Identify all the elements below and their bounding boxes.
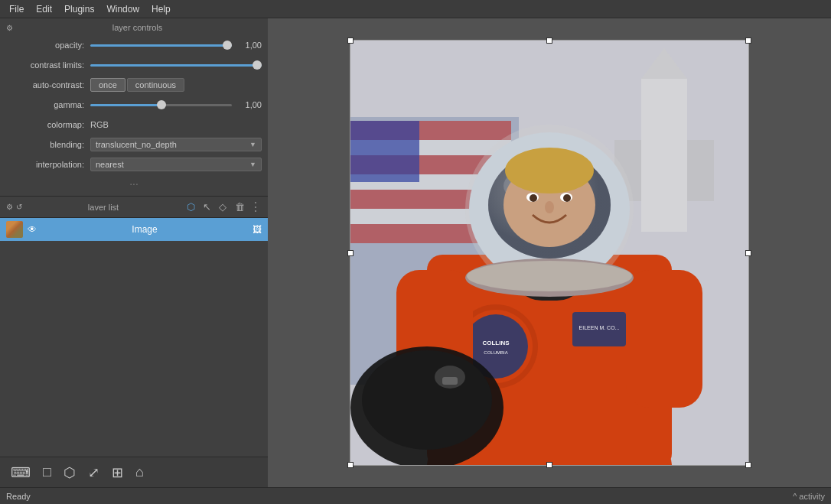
svg-point-39 [362, 350, 492, 450]
menu-plugins[interactable]: Plugins [58, 2, 100, 16]
image-container: COLLINS COLUMBIA EILEEN M. CO... [350, 40, 749, 466]
layer-thumbnail [6, 221, 23, 238]
transform-handle-bm[interactable] [546, 462, 552, 468]
contrast-limits-slider[interactable] [90, 64, 262, 67]
gamma-row: gamma: 1,00 [6, 96, 262, 113]
square-button[interactable]: □ [38, 461, 56, 483]
astronaut-image: COLLINS COLUMBIA EILEEN M. CO... [350, 41, 748, 465]
gamma-label: gamma: [6, 100, 90, 109]
colormap-value-container: RGB [90, 120, 262, 129]
interpolation-label: interpolation: [6, 160, 90, 169]
interpolation-select[interactable]: nearest ▼ [90, 158, 262, 171]
svg-point-35 [530, 194, 537, 202]
transform-handle-tl[interactable] [347, 37, 354, 44]
menu-file[interactable]: File [3, 2, 30, 16]
transform-handle-ml[interactable] [347, 250, 354, 256]
transform-handle-tr[interactable] [745, 37, 751, 44]
left-panel: ⚙ layer controls opacity: 1,00 contrast … [0, 18, 268, 487]
auto-contrast-label: auto-contrast: [6, 80, 90, 89]
menu-window[interactable]: Window [100, 2, 145, 16]
svg-rect-9 [350, 121, 419, 182]
svg-rect-41 [442, 377, 458, 385]
menu-help[interactable]: Help [145, 2, 177, 16]
transform-handle-bl[interactable] [347, 462, 354, 468]
layer-visibility-icon[interactable]: 👁 [28, 224, 37, 235]
transform-handle-br[interactable] [745, 462, 751, 468]
polygon-tool-button[interactable]: ◇ [217, 200, 229, 214]
canvas-area[interactable]: COLLINS COLUMBIA EILEEN M. CO... [268, 18, 831, 487]
opacity-row: opacity: 1,00 [6, 37, 262, 54]
svg-text:EILEEN M. CO...: EILEEN M. CO... [579, 325, 620, 330]
svg-point-36 [563, 194, 571, 202]
svg-rect-13 [687, 140, 714, 201]
layer-controls-title: layer controls [13, 23, 262, 32]
colormap-row: colormap: RGB [6, 116, 262, 133]
blending-row: blending: translucent_no_depth ▼ [6, 136, 262, 153]
contrast-limits-control [90, 64, 262, 67]
svg-point-43 [467, 261, 632, 291]
svg-rect-25 [626, 270, 702, 408]
layer-controls-panel: ⚙ layer controls opacity: 1,00 contrast … [0, 18, 268, 197]
interpolation-value: nearest [96, 160, 124, 169]
svg-text:COLLINS: COLLINS [482, 340, 510, 346]
opacity-value: 1,00 [235, 41, 262, 50]
layer-list-more[interactable]: ⋮ [248, 200, 262, 214]
gamma-control: 1,00 [90, 100, 262, 109]
menu-edit[interactable]: Edit [30, 2, 58, 16]
layer-type-icon: 🖼 [253, 224, 262, 235]
contrast-limits-label: contrast limits: [6, 60, 90, 70]
status-bar: Ready ^ activity [0, 487, 831, 504]
colormap-label: colormap: [6, 120, 90, 129]
blending-value: translucent_no_depth [96, 140, 177, 149]
svg-point-37 [545, 201, 554, 213]
blending-label: blending: [6, 140, 90, 149]
gamma-value: 1,00 [235, 100, 262, 109]
home-button[interactable]: ⌂ [131, 461, 148, 483]
once-button[interactable]: once [90, 78, 125, 92]
layer-list-panel: ⚙ ↺ laver list ⬡ ↖ ◇ 🗑 ⋮ 👁 [0, 197, 268, 457]
terminal-button[interactable]: ⌨ [6, 461, 35, 484]
auto-contrast-row: auto-contrast: once continuous [6, 76, 262, 93]
panel-settings-icon[interactable]: ⚙ [6, 24, 13, 32]
grid-button[interactable]: ⊞ [107, 461, 128, 484]
interpolation-row: interpolation: nearest ▼ [6, 156, 262, 173]
transform-handle-mr[interactable] [745, 250, 751, 256]
auto-contrast-buttons: once continuous [90, 78, 262, 92]
transform-handle-tm[interactable] [546, 37, 552, 44]
image-canvas: COLLINS COLUMBIA EILEEN M. CO... [350, 41, 748, 465]
layers-button[interactable]: ⬡ [59, 461, 80, 484]
opacity-control: 1,00 [90, 41, 262, 50]
move-tool-button[interactable]: ↖ [200, 200, 213, 214]
activity-toggle[interactable]: ^ activity [793, 492, 825, 501]
menubar: File Edit Plugins Window Help [0, 0, 831, 18]
layer-list-settings-icon[interactable]: ⚙ [6, 203, 13, 211]
bottom-toolbar: ⌨ □ ⬡ ⤢ ⊞ ⌂ [0, 457, 268, 487]
panel-dots: ··· [6, 176, 262, 191]
select-tool-button[interactable]: ⬡ [184, 200, 197, 214]
opacity-slider[interactable] [90, 44, 232, 47]
status-ready: Ready [6, 492, 31, 501]
gamma-slider[interactable] [90, 104, 232, 106]
svg-point-32 [505, 148, 594, 193]
opacity-label: opacity: [6, 41, 90, 50]
layer-thumb-preview [6, 221, 23, 238]
svg-rect-10 [641, 79, 687, 232]
expand-button[interactable]: ⤢ [83, 461, 104, 484]
layer-tools: ⚙ ↺ [6, 203, 22, 211]
contrast-limits-row: contrast limits: [6, 57, 262, 73]
delete-layer-button[interactable]: 🗑 [232, 200, 248, 214]
blending-select[interactable]: translucent_no_depth ▼ [90, 138, 262, 151]
layer-list-refresh-icon[interactable]: ↺ [16, 203, 22, 211]
main-area: ⚙ layer controls opacity: 1,00 contrast … [0, 18, 831, 487]
colormap-value: RGB [90, 120, 109, 129]
continuous-button[interactable]: continuous [127, 78, 184, 92]
layer-item-image[interactable]: 👁 Image 🖼 [0, 218, 268, 241]
layer-item-row: 👁 Image 🖼 [0, 218, 268, 241]
layer-list-header: ⚙ ↺ laver list ⬡ ↖ ◇ 🗑 ⋮ [0, 197, 268, 218]
layer-list-title: laver list [22, 203, 184, 212]
interpolation-dropdown-icon: ▼ [249, 161, 256, 168]
layer-name-label: Image [41, 224, 248, 235]
svg-text:COLUMBIA: COLUMBIA [484, 350, 507, 355]
layer-controls-header: ⚙ layer controls [6, 23, 262, 32]
blending-dropdown-icon: ▼ [249, 141, 256, 148]
